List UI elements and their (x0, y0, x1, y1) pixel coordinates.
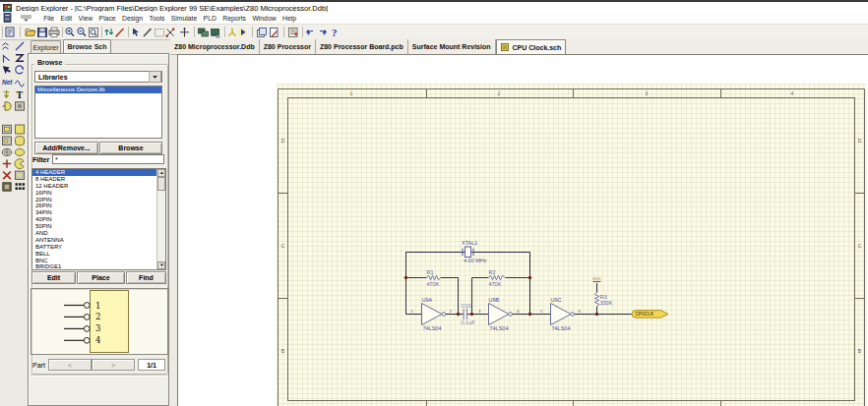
sheet-stack-icon[interactable] (258, 29, 267, 37)
down-arrows-icon[interactable] (20, 13, 32, 23)
draw-line-icon[interactable] (144, 29, 152, 36)
graphic-tool-icon[interactable] (16, 171, 25, 179)
sheet-symbol-tool-icon[interactable] (16, 102, 25, 110)
menu-file[interactable]: File (40, 15, 57, 22)
menu-place[interactable]: Place (95, 15, 118, 22)
doctab-z80-processor[interactable]: Z80 Processor (260, 39, 316, 54)
component-item[interactable]: ANTENNA (32, 237, 157, 244)
menu-view[interactable]: View (75, 15, 95, 22)
port-tool-icon[interactable] (3, 137, 12, 145)
bus-tool-icon[interactable] (16, 55, 24, 62)
menu-tools[interactable]: Tools (146, 15, 167, 22)
browse-parts-icon[interactable] (199, 29, 209, 36)
schematic-canvas[interactable]: 1 2 3 4 D C B D C B (177, 54, 868, 406)
add-remove-button[interactable]: Add/Remove... (34, 142, 98, 154)
doctab-cpu-clock-sch[interactable]: CPU Clock.sch (496, 39, 567, 54)
port-cpuclk[interactable]: CPUCLK (632, 311, 668, 319)
menu-design[interactable]: Design (119, 15, 147, 22)
menu-pld[interactable]: PLD (200, 15, 219, 22)
component-item[interactable]: 12 HEADER (32, 183, 157, 190)
layer-setup-icon[interactable] (289, 29, 298, 37)
filter-input[interactable]: * (52, 154, 164, 164)
no-erc-tool-icon[interactable] (3, 172, 11, 180)
edit-part-icon[interactable] (212, 29, 220, 38)
help-icon[interactable]: ? (332, 27, 338, 38)
part-tool-icon[interactable] (3, 102, 12, 110)
component-item[interactable]: 4 HEADER (32, 169, 157, 176)
open-document-icon[interactable] (26, 29, 35, 36)
bezier-tool-icon[interactable] (16, 81, 25, 87)
edit-annotate-icon[interactable] (116, 29, 124, 37)
selection-box-icon[interactable] (155, 29, 164, 37)
component-item[interactable]: 34PIN (32, 209, 157, 216)
doctab-z80-microprocessor-ddb[interactable]: Z80 Microprocessor.Ddb (170, 39, 260, 54)
zoom-area-icon[interactable] (90, 29, 98, 37)
scroll-down-icon[interactable] (157, 261, 165, 269)
arc-tool-icon[interactable] (16, 66, 24, 74)
scrollbar-thumb[interactable] (157, 177, 165, 191)
menu-window[interactable]: Window (249, 15, 279, 22)
place-button[interactable]: Place (77, 271, 125, 284)
bus-entry-tool-icon[interactable] (4, 55, 10, 63)
library-listbox[interactable]: Miscellaneous Devices.lib (34, 86, 162, 139)
component-item[interactable]: BATTERY (32, 244, 157, 251)
doctab-z80-processor-board-pcb[interactable]: Z80 Processor Board.pcb (316, 39, 408, 54)
menu-simulate[interactable]: Simulate (168, 15, 201, 22)
text-tool-icon[interactable]: T (17, 89, 24, 100)
run-simulation-icon[interactable] (238, 29, 246, 36)
array-dots-tool-icon[interactable] (16, 183, 26, 190)
print-icon[interactable] (49, 28, 59, 37)
wiring-tools-icon[interactable] (229, 29, 236, 36)
zoom-out-icon[interactable] (78, 28, 86, 36)
net-label-tool-icon[interactable]: Net (2, 79, 13, 86)
move-resize-icon[interactable] (166, 29, 175, 37)
menu-edit[interactable]: Edit (57, 15, 75, 22)
browse-button[interactable]: Browse (99, 142, 162, 154)
paste-array-tool-icon[interactable] (3, 183, 11, 191)
combo-dropdown-button[interactable] (149, 71, 161, 83)
component-item[interactable]: 8 HEADER (32, 176, 157, 183)
library-item[interactable]: Miscellaneous Devices.lib (35, 87, 161, 93)
ellipse-tool-icon[interactable] (15, 148, 24, 155)
line-tool-icon[interactable] (16, 42, 24, 50)
probe-arrow-tool-icon[interactable] (3, 66, 11, 74)
part-prev-button[interactable]: < (48, 359, 92, 371)
round-rectangle-tool-icon[interactable] (16, 137, 25, 145)
tab-browse-sch[interactable]: Browse Sch (63, 39, 111, 53)
cross-probe-icon[interactable] (105, 29, 113, 35)
component-item[interactable]: 50PIN (32, 223, 157, 230)
tab-explorer[interactable]: Explorer (31, 40, 61, 53)
document-menu-icon[interactable] (3, 13, 14, 23)
component-item[interactable]: 26PIN (32, 203, 157, 209)
save-document-icon[interactable] (38, 29, 47, 37)
component-item[interactable]: AND (32, 230, 157, 237)
zoom-in-icon[interactable] (66, 28, 74, 36)
scroll-up-icon[interactable] (157, 169, 165, 177)
doctab-surface-mount-revision[interactable]: Surface Mount Revision (408, 39, 496, 54)
junction-tool-icon[interactable] (3, 159, 11, 167)
component-item[interactable]: 16PIN (32, 190, 157, 197)
sheet-entry-tool-icon[interactable] (3, 125, 12, 133)
menu-reports[interactable]: Reports (219, 15, 249, 22)
move-cross-icon[interactable] (180, 28, 189, 37)
find-button[interactable]: Find (126, 271, 166, 284)
component-item[interactable]: BRIDGE1 (32, 263, 157, 270)
component-item[interactable]: BELL (32, 251, 157, 258)
component-item[interactable]: BNC (32, 258, 157, 264)
rectangle-tool-icon[interactable] (16, 125, 25, 134)
toggle-panel-icon[interactable] (6, 28, 14, 36)
pie-chart-tool-icon[interactable] (15, 159, 24, 169)
library-type-combobox[interactable]: Libraries (34, 71, 162, 83)
component-item[interactable]: 40PIN (32, 216, 157, 223)
graph-tool-icon[interactable] (2, 148, 11, 155)
sheet-annotate-icon[interactable] (271, 29, 279, 37)
part-next-button[interactable]: > (92, 359, 135, 371)
cursor-select-icon[interactable] (133, 29, 139, 36)
redo-icon[interactable] (320, 30, 326, 35)
undo-icon[interactable] (307, 30, 313, 35)
power-port-tool-icon[interactable] (4, 90, 10, 98)
component-list-scrollbar[interactable] (156, 169, 165, 269)
edit-button[interactable]: Edit (31, 271, 76, 284)
component-item[interactable]: 20PIN (32, 197, 157, 203)
component-listbox[interactable]: 4 HEADER 8 HEADER 12 HEADER 16PIN 20PIN … (31, 168, 166, 270)
